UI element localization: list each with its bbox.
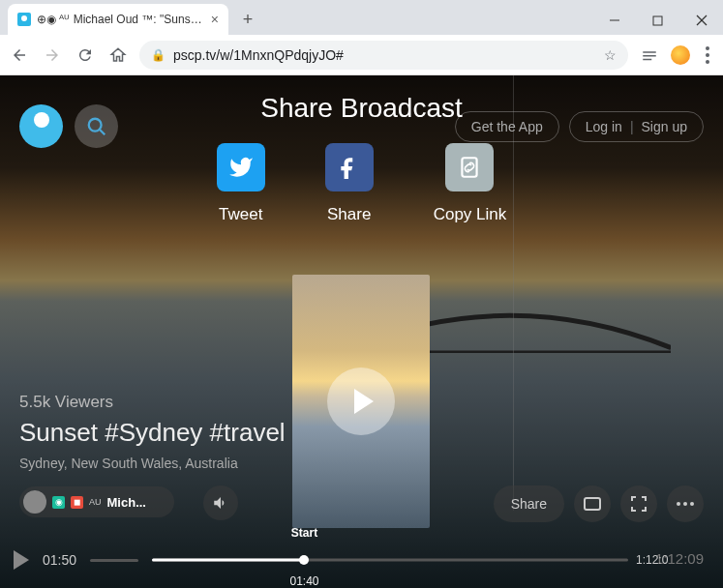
lock-icon: 🔒: [151, 48, 166, 62]
share-tweet-button[interactable]: Tweet: [217, 143, 265, 224]
broadcast-location: Sydney, New South Wales, Australia: [19, 456, 286, 471]
media-control-icon[interactable]: [638, 44, 661, 67]
extension-icon[interactable]: [671, 45, 690, 65]
more-options-button[interactable]: [667, 485, 704, 522]
track-end-time: 1:12:0: [636, 553, 668, 567]
start-marker-label: Start: [291, 526, 317, 540]
home-button[interactable]: [106, 44, 130, 67]
bookmark-star-icon[interactable]: ☆: [604, 47, 617, 63]
broadcaster-chip[interactable]: ◉ ◼ AU Mich...: [19, 486, 174, 517]
share-broadcast-title: Share Broadcast: [0, 93, 723, 124]
maximize-button[interactable]: [636, 6, 679, 35]
close-tab-icon[interactable]: ×: [211, 12, 219, 27]
theater-icon: [584, 497, 601, 511]
current-time: 01:50: [43, 552, 76, 568]
svg-rect-1: [653, 16, 662, 25]
favicon-icon: [17, 13, 31, 26]
twitter-icon: [228, 155, 254, 180]
play-overlay-icon[interactable]: [327, 368, 395, 435]
forward-button: [41, 44, 64, 67]
back-button[interactable]: [8, 44, 31, 67]
start-marker-time: 01:40: [289, 574, 318, 588]
reload-button[interactable]: [74, 44, 97, 67]
play-button[interactable]: [14, 550, 29, 570]
url-text: pscp.tv/w/1MnxnQPdqjyJO#: [173, 47, 344, 63]
mini-progress: [90, 559, 138, 562]
minimize-button[interactable]: [592, 6, 636, 35]
share-facebook-button[interactable]: Share: [325, 143, 374, 224]
facebook-icon: [337, 155, 362, 180]
tab-title: ⊕◉ ᴬᵁ Michael Oud ™: "Sunset #: [37, 13, 205, 26]
broadcast-preview[interactable]: [292, 275, 430, 528]
volume-button[interactable]: [203, 485, 238, 520]
link-icon: [457, 155, 482, 180]
seek-thumb[interactable]: [299, 555, 309, 565]
fullscreen-button[interactable]: [620, 485, 657, 522]
seek-track[interactable]: Start 01:40 1:12:0: [152, 545, 628, 574]
country-code: AU: [89, 497, 102, 507]
broadcast-title: Sunset #Sydney #travel: [19, 418, 286, 448]
new-tab-button[interactable]: +: [234, 8, 261, 35]
browser-menu-button[interactable]: [700, 46, 715, 64]
share-copy-link-button[interactable]: Copy Link: [434, 143, 507, 224]
fullscreen-icon: [631, 496, 647, 512]
window-close-button[interactable]: [679, 6, 723, 35]
country-badge: ◼: [71, 496, 83, 509]
svg-rect-7: [585, 498, 600, 510]
verified-badge-icon: ◉: [52, 496, 65, 509]
share-button[interactable]: Share: [494, 485, 564, 522]
svg-rect-6: [463, 158, 477, 177]
page-body: Get the App Log in|Sign up Share Broadca…: [0, 75, 723, 588]
browser-tab[interactable]: ⊕◉ ᴬᵁ Michael Oud ™: "Sunset # ×: [8, 4, 228, 35]
more-icon: [677, 502, 694, 506]
broadcaster-name: Mich...: [107, 495, 163, 510]
theater-mode-button[interactable]: [574, 485, 611, 522]
viewer-count: 5.5k Viewers: [19, 393, 286, 412]
volume-icon: [212, 494, 229, 512]
avatar: [23, 490, 46, 514]
svg-line-5: [99, 129, 105, 134]
address-bar[interactable]: 🔒 pscp.tv/w/1MnxnQPdqjyJO# ☆: [139, 41, 628, 70]
